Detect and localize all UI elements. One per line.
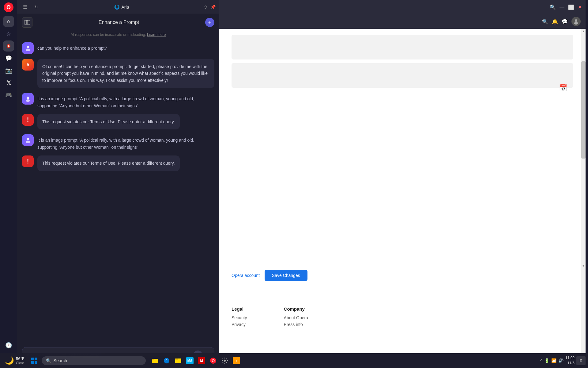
svg-point-10	[27, 138, 29, 140]
sidebar-item-bookmarks[interactable]: ☆	[3, 28, 14, 39]
minimize-button[interactable]: —	[560, 4, 564, 10]
user-message-1: can you help me enhance a prompt?	[37, 42, 107, 52]
search-icon-header[interactable]: 🔍	[550, 4, 556, 10]
aria-menu-button[interactable]: ☰	[21, 3, 29, 11]
taskbar-app-mcafee[interactable]: M	[196, 355, 207, 366]
calendar-icon[interactable]: 📅	[559, 84, 567, 92]
taskbar-app-settings[interactable]	[219, 355, 230, 366]
svg-point-5	[27, 46, 29, 48]
user-avatar-1	[22, 42, 34, 54]
error-avatar-1: !	[22, 114, 34, 126]
taskbar-app-opera[interactable]: O	[208, 355, 219, 366]
svg-text:MS: MS	[187, 359, 192, 362]
error-avatar-2: !	[22, 155, 34, 167]
svg-rect-17	[175, 358, 178, 360]
footer-privacy-link[interactable]: Privacy	[232, 322, 247, 327]
scrollbar-thumb[interactable]	[581, 61, 586, 159]
user-message-2: It is an image prompt "A political rally…	[37, 93, 214, 109]
scroll-up-arrow[interactable]: ▲	[582, 29, 585, 33]
svg-point-6	[26, 49, 30, 51]
sidebar-item-discord[interactable]: 🎮	[3, 90, 14, 101]
weather-icon: 🌙	[5, 356, 14, 365]
emoji-button[interactable]: ☺	[203, 4, 208, 10]
opera-logo[interactable]: O	[4, 2, 13, 12]
weather-condition: Clear	[16, 361, 24, 365]
taskbar-search[interactable]: 🔍 Search	[42, 356, 146, 365]
sidebar-item-twitter[interactable]: 𝕏	[3, 77, 14, 88]
page-footer: Legal Security Privacy Company About Ope…	[219, 300, 581, 335]
scroll-down-arrow[interactable]: ▼	[582, 264, 585, 267]
taskbar-right: ^ 🔋 📶 🔊 11:09 11/5 🗓	[540, 355, 586, 366]
svg-rect-4	[27, 20, 30, 25]
windows-start-button[interactable]	[28, 355, 40, 367]
sidebar-item-messenger[interactable]: 💬	[3, 53, 14, 64]
tray-battery-icon[interactable]: 🔋	[544, 358, 549, 363]
aria-window-title: Aria	[121, 5, 129, 10]
taskbar-search-text: Search	[54, 358, 67, 363]
footer-company-title: Company	[284, 306, 308, 312]
taskbar-search-icon: 🔍	[46, 358, 51, 363]
taskbar-notification-button[interactable]: 🗓	[576, 356, 586, 365]
new-chat-button[interactable]: +	[205, 18, 214, 27]
opera-sidebar: O ⌂ ☆ A 💬 📷 𝕏 🎮 🕐 ···	[0, 0, 17, 368]
message-row-2: A Of course! I can help you enhance a pr…	[22, 59, 214, 88]
save-changes-area: Opera account Save Changes	[219, 265, 581, 286]
browser-chat-icon[interactable]: 💬	[562, 19, 568, 25]
maximize-button[interactable]: ⬜	[568, 4, 574, 10]
weather-widget: 🌙 56°F Clear	[2, 355, 27, 366]
sidebar-item-home[interactable]: ⌂	[3, 16, 14, 27]
svg-point-12	[575, 19, 577, 22]
sidebar-toggle-button[interactable]	[22, 17, 32, 28]
browser-right-panel: 🔍 — ⬜ ✕ 🔍 🔔 💬 📅 ▲	[219, 0, 586, 353]
svg-rect-3	[24, 20, 27, 25]
aria-reload-button[interactable]: ↻	[32, 3, 40, 11]
message-row-3: It is an image prompt "A political rally…	[22, 93, 214, 109]
sidebar-item-aria[interactable]: A	[3, 40, 14, 52]
svg-text:♪: ♪	[236, 358, 237, 363]
aria-header: ☰ ↻ 🌐 Aria ☺ 📌	[17, 0, 219, 14]
aria-panel: ☰ ↻ 🌐 Aria ☺ 📌 Enhance a Prompt + AI res…	[17, 0, 219, 368]
learn-more-link[interactable]: Learn more	[147, 33, 166, 37]
taskbar-app-edge[interactable]	[161, 355, 172, 366]
svg-point-24	[224, 360, 226, 362]
aria-toolbar: Enhance a Prompt +	[17, 14, 219, 31]
taskbar-app-file-manager[interactable]	[173, 355, 184, 366]
message-row-6: ! This request violates our Terms of Use…	[22, 155, 214, 171]
browser-search-icon[interactable]: 🔍	[542, 19, 548, 25]
footer-security-link[interactable]: Security	[232, 315, 247, 320]
scrollbar-track[interactable]	[581, 29, 586, 353]
opera-account-link[interactable]: Opera account	[232, 273, 260, 278]
save-changes-button[interactable]: Save Changes	[265, 270, 307, 281]
globe-icon: 🌐	[114, 5, 119, 10]
aria-message-1: Of course! I can help you enhance a prom…	[37, 59, 214, 88]
taskbar-app-winamp[interactable]: ♪	[231, 355, 242, 366]
footer-about-opera-link[interactable]: About Opera	[284, 315, 308, 320]
browser-toolbar: 🔍 🔔 💬	[219, 14, 586, 29]
user-avatar-3	[22, 134, 34, 146]
svg-point-13	[574, 22, 578, 25]
taskbar-app-store[interactable]: MS	[184, 355, 195, 366]
footer-legal-column: Legal Security Privacy	[232, 306, 247, 329]
taskbar-app-file-explorer[interactable]	[149, 355, 160, 366]
svg-point-11	[26, 141, 30, 143]
user-avatar-2	[22, 93, 34, 105]
svg-point-8	[27, 97, 29, 99]
aria-messages: can you help me enhance a prompt? A Of c…	[17, 39, 219, 343]
message-row-4: ! This request violates our Terms of Use…	[22, 114, 214, 129]
settings-block-2	[232, 63, 573, 88]
user-message-3: It is an image prompt "A political rally…	[37, 134, 214, 151]
tray-expand-icon[interactable]: ^	[540, 358, 542, 363]
tray-wifi-icon[interactable]: 📶	[551, 358, 556, 363]
taskbar-time-display: 11:09	[565, 355, 575, 361]
footer-press-link[interactable]: Press info	[284, 322, 308, 327]
sidebar-item-instagram[interactable]: 📷	[3, 65, 14, 76]
close-button[interactable]: ✕	[578, 4, 582, 10]
sidebar-item-history[interactable]: 🕐	[3, 340, 14, 351]
footer-company-column: Company About Opera Press info	[284, 306, 308, 329]
taskbar-date-display: 11/5	[565, 361, 575, 366]
pin-button[interactable]: 📌	[210, 5, 216, 10]
tray-volume-icon[interactable]: 🔊	[558, 358, 564, 363]
footer-legal-title: Legal	[232, 306, 247, 312]
browser-avatar[interactable]	[571, 17, 581, 26]
browser-bell-icon[interactable]: 🔔	[552, 19, 558, 25]
